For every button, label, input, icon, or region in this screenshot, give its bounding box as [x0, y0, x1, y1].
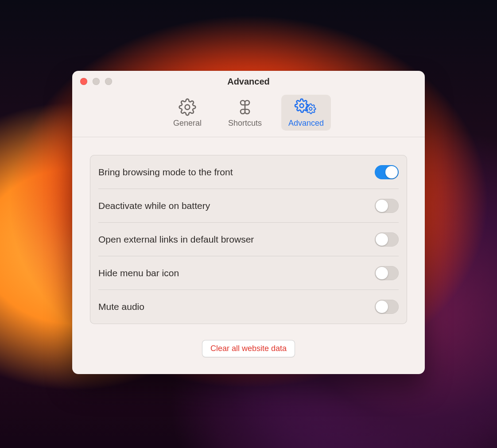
toggle-knob: [376, 267, 388, 279]
toggle-knob: [376, 200, 388, 212]
preferences-window: Advanced General Shortcuts: [72, 71, 425, 374]
settings-panel: Bring browsing mode to the front Deactiv…: [90, 155, 407, 324]
toggle-bring-to-front[interactable]: [375, 165, 399, 179]
svg-point-2: [309, 107, 312, 110]
window-title: Advanced: [227, 77, 270, 87]
zoom-window-button[interactable]: [105, 78, 112, 85]
tab-general[interactable]: General: [166, 95, 209, 131]
content-area: Bring browsing mode to the front Deactiv…: [72, 137, 425, 374]
tab-label: General: [173, 119, 202, 128]
toggle-mute-audio[interactable]: [375, 300, 399, 314]
toggle-knob: [376, 301, 388, 313]
setting-label: Mute audio: [98, 301, 144, 312]
setting-row-mute-audio: Mute audio: [98, 290, 399, 324]
minimize-window-button[interactable]: [93, 78, 100, 85]
setting-row-hide-menubar: Hide menu bar icon: [98, 256, 399, 290]
command-icon: [236, 98, 254, 116]
setting-row-deactivate-battery: Deactivate while on battery: [98, 189, 399, 223]
close-window-button[interactable]: [80, 78, 87, 85]
titlebar: Advanced: [72, 71, 425, 92]
toggle-external-links[interactable]: [375, 232, 399, 247]
tab-label: Shortcuts: [228, 119, 262, 128]
tab-advanced[interactable]: Advanced: [281, 95, 331, 131]
setting-row-external-links: Open external links in default browser: [98, 223, 399, 256]
setting-label: Deactivate while on battery: [98, 201, 210, 211]
setting-label: Hide menu bar icon: [98, 268, 179, 278]
window-controls: [80, 78, 112, 85]
toggle-knob: [376, 233, 388, 246]
toggle-knob: [385, 166, 398, 178]
setting-label: Open external links in default browser: [98, 234, 254, 245]
setting-label: Bring browsing mode to the front: [98, 167, 233, 178]
setting-row-bring-to-front: Bring browsing mode to the front: [98, 155, 399, 189]
clear-website-data-button[interactable]: Clear all website data: [202, 340, 295, 357]
toolbar-tabs: General Shortcuts: [72, 92, 425, 137]
tab-label: Advanced: [288, 119, 324, 128]
gear-icon: [179, 98, 196, 116]
footer: Clear all website data: [90, 324, 407, 362]
gears-icon: [294, 98, 318, 116]
svg-point-1: [300, 104, 304, 108]
toggle-hide-menubar[interactable]: [375, 266, 399, 280]
toggle-deactivate-battery[interactable]: [375, 199, 399, 213]
svg-point-0: [185, 105, 190, 110]
tab-shortcuts[interactable]: Shortcuts: [221, 95, 269, 131]
